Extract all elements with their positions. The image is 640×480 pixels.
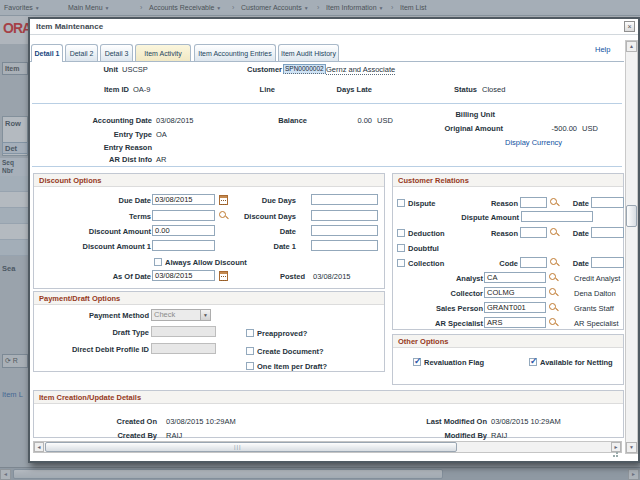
customer-relations-group: Customer Relations Dispute Reason Date D… — [392, 173, 624, 330]
date-1-label: Date 1 — [226, 242, 296, 251]
as-of-date-input[interactable]: 03/08/2015 — [152, 270, 215, 281]
collection-code-label: Code — [458, 259, 518, 268]
divider — [32, 166, 622, 167]
item-creation-update-details-title: Item Creation/Update Details — [34, 391, 623, 404]
tab-detail-1[interactable]: Detail 1 — [31, 44, 63, 62]
collector-input[interactable]: COLMG — [484, 287, 546, 298]
dispute-label: Dispute — [408, 199, 436, 208]
status-label: Status — [430, 85, 477, 94]
dispute-amount-label: Dispute Amount — [419, 213, 519, 222]
modal-titlebar: Item Maintenance × — [30, 19, 638, 35]
tab-item-audit-history[interactable]: Item Audit History — [278, 44, 339, 61]
lookup-icon[interactable] — [549, 288, 559, 298]
discount-amount-input[interactable]: 0.00 — [152, 225, 215, 236]
calendar-icon[interactable] — [219, 271, 228, 281]
modal-vertical-scrollbar[interactable]: ▲ ▼ — [625, 40, 638, 454]
payment-draft-options-title: Payment/Draft Options — [34, 292, 384, 305]
tab-detail-3[interactable]: Detail 3 — [100, 44, 133, 61]
dispute-reason-input[interactable] — [520, 197, 547, 208]
scroll-left-icon[interactable]: ◄ — [34, 442, 44, 452]
scrollbar-thumb[interactable] — [626, 205, 637, 227]
scroll-up-icon[interactable]: ▲ — [626, 41, 637, 52]
revaluation-flag-checkbox[interactable] — [413, 358, 421, 366]
other-options-title: Other Options — [393, 335, 623, 348]
scroll-down-icon[interactable]: ▼ — [626, 442, 637, 453]
direct-debit-profile-id-label: Direct Debit Profile ID — [49, 345, 149, 354]
doubtful-label: Doubtful — [408, 244, 439, 253]
payment-draft-options-group: Payment/Draft Options Payment Method Che… — [33, 291, 385, 372]
customer-id-field[interactable]: SPN0000002 — [283, 64, 326, 74]
dispute-date-input[interactable] — [591, 197, 624, 208]
analyst-input[interactable]: CA — [484, 272, 546, 283]
customer-name-link[interactable]: Gernz and Associate — [326, 65, 395, 75]
created-on-label: Created On — [57, 417, 157, 426]
dispute-checkbox[interactable] — [397, 199, 405, 207]
due-days-input[interactable] — [311, 194, 378, 205]
ar-specialist-input[interactable]: ARS — [484, 317, 546, 328]
accounting-date-value: 03/08/2015 — [156, 116, 194, 125]
lookup-icon[interactable] — [549, 273, 559, 283]
deduction-reason-input[interactable] — [520, 227, 547, 238]
help-link[interactable]: Help — [595, 45, 610, 54]
collection-checkbox[interactable] — [397, 259, 405, 267]
dispute-amount-input[interactable] — [521, 211, 593, 222]
date-label: Date — [226, 227, 296, 236]
analyst-description: Credit Analyst — [574, 274, 620, 283]
ar-specialist-description: AR Specialist — [574, 319, 619, 328]
dropdown-arrow-icon[interactable]: ▼ — [200, 310, 210, 320]
posted-value: 03/08/2015 — [313, 272, 351, 281]
sales-person-input[interactable]: GRANT001 — [484, 302, 546, 313]
collection-date-input[interactable] — [591, 257, 624, 268]
item-maintenance-modal: Item Maintenance × Help ▲ ▼ Detail 1 Det… — [28, 17, 640, 463]
draft-type-input — [151, 326, 216, 337]
display-currency-link[interactable]: Display Currency — [505, 138, 562, 147]
dispute-reason-label: Reason — [458, 199, 518, 208]
modal-horizontal-scrollbar[interactable]: ◄ ► ||| — [33, 441, 622, 453]
draft-type-label: Draft Type — [49, 328, 149, 337]
item-creation-update-details-group: Item Creation/Update Details Created On … — [33, 390, 624, 438]
create-document-checkbox[interactable] — [246, 347, 254, 355]
collection-code-input[interactable] — [520, 257, 547, 268]
deduction-date-label: Date — [553, 229, 589, 238]
resize-grip-icon[interactable] — [613, 455, 619, 461]
modified-by-value: RAIJ — [491, 431, 507, 440]
available-for-netting-checkbox[interactable] — [529, 358, 537, 366]
ar-specialist-label: AR Specialist — [413, 319, 483, 328]
lookup-icon[interactable] — [549, 303, 559, 313]
original-amount-value: -500.00 — [525, 124, 577, 133]
payment-method-select[interactable]: Check▼ — [151, 309, 211, 321]
discount-amount-1-input[interactable] — [152, 240, 215, 251]
sales-person-label: Sales Person — [413, 304, 483, 313]
original-amount-currency: USD — [582, 124, 598, 133]
collection-label: Collection — [408, 259, 444, 268]
scroll-right-icon[interactable]: ► — [611, 442, 621, 452]
tab-detail-2[interactable]: Detail 2 — [65, 44, 98, 61]
other-options-group: Other Options Revaluation Flag Available… — [392, 334, 624, 385]
original-amount-label: Original Amount — [410, 124, 503, 133]
deduction-checkbox[interactable] — [397, 229, 405, 237]
last-modified-on-label: Last Modified On — [364, 417, 487, 426]
discount-days-label: Discount Days — [226, 212, 296, 221]
collector-label: Collector — [413, 289, 483, 298]
item-id-value: OA-9 — [133, 85, 151, 94]
doubtful-checkbox[interactable] — [397, 244, 405, 252]
revaluation-flag-label: Revaluation Flag — [424, 358, 484, 367]
scrollbar-thumb[interactable] — [45, 442, 457, 452]
always-allow-discount-label: Always Allow Discount — [165, 258, 247, 267]
due-date-input[interactable]: 03/08/2015 — [152, 194, 215, 205]
date-input[interactable] — [311, 225, 378, 236]
accounting-date-label: Accounting Date — [50, 116, 152, 125]
create-document-label: Create Document? — [257, 347, 324, 356]
terms-input[interactable] — [152, 210, 215, 221]
lookup-icon[interactable] — [549, 318, 559, 328]
preapproved-checkbox[interactable] — [246, 329, 254, 337]
tab-item-activity[interactable]: Item Activity — [135, 44, 191, 61]
discount-days-input[interactable] — [311, 210, 378, 221]
deduction-date-input[interactable] — [591, 227, 624, 238]
one-item-per-draft-checkbox[interactable] — [246, 362, 254, 370]
days-late-label: Days Late — [320, 85, 372, 94]
close-icon[interactable]: × — [624, 21, 635, 32]
date-1-input[interactable] — [311, 240, 378, 251]
tab-item-accounting-entries[interactable]: Item Accounting Entries — [194, 44, 276, 61]
always-allow-discount-checkbox[interactable] — [154, 258, 162, 266]
